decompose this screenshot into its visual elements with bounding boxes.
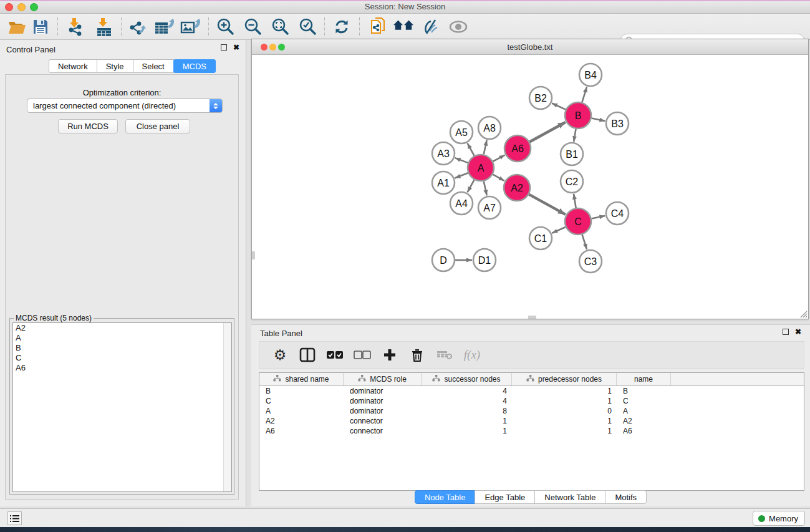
column-header-shared-name[interactable]: shared name (259, 373, 344, 385)
node-C2[interactable]: C2 (561, 170, 583, 193)
edge-A-A1[interactable] (455, 173, 468, 178)
table-cell[interactable]: A6 (617, 426, 671, 436)
node-B2[interactable]: B2 (529, 87, 552, 109)
import-network-icon[interactable] (65, 17, 86, 36)
node-B3[interactable]: B3 (606, 112, 629, 135)
edge-B-B2[interactable] (552, 103, 566, 109)
result-item[interactable]: A2 (13, 323, 231, 333)
table-cell[interactable]: dominator (344, 386, 422, 396)
node-A2[interactable]: A2 (504, 175, 530, 201)
delete-column-icon[interactable] (408, 346, 427, 364)
edge-B-B4[interactable] (582, 87, 587, 102)
table-cell[interactable]: connector (344, 416, 422, 426)
edge-A-A2[interactable] (493, 175, 504, 181)
tab-style[interactable]: Style (97, 59, 133, 73)
zoom-selected-icon[interactable] (297, 17, 318, 36)
table-cell[interactable]: 1 (512, 386, 617, 396)
tab-node-table[interactable]: Node Table (415, 490, 476, 504)
table-cell[interactable]: A (259, 406, 344, 416)
edge-C-C1[interactable] (552, 227, 566, 233)
node-C1[interactable]: C1 (529, 227, 552, 249)
tab-mcds[interactable]: MCDS (173, 59, 216, 73)
float-table-panel-icon[interactable] (783, 329, 789, 335)
table-row[interactable]: A2connector11A2 (259, 416, 804, 426)
column-header-predecessor-nodes[interactable]: predecessor nodes (512, 373, 617, 385)
table-cell[interactable]: 4 (422, 386, 512, 396)
edge-C-C4[interactable] (592, 216, 605, 219)
table-cell[interactable]: A6 (259, 426, 344, 436)
zoom-out-icon[interactable] (242, 17, 263, 36)
export-table-icon[interactable] (153, 17, 175, 36)
tab-network[interactable]: Network (49, 59, 97, 73)
table-cell[interactable]: 4 (422, 396, 512, 406)
table-cell[interactable]: dominator (344, 406, 422, 416)
edge-A-A7[interactable] (484, 181, 487, 195)
toggle-panel-icon[interactable] (298, 346, 317, 364)
column-header-successor-nodes[interactable]: successor nodes (422, 373, 512, 385)
table-cell[interactable]: 1 (512, 416, 617, 426)
save-session-icon[interactable] (30, 17, 51, 36)
settings-gear-icon[interactable]: ⚙ (271, 346, 289, 364)
memory-button[interactable]: Memory (753, 511, 805, 526)
result-item[interactable]: A6 (13, 363, 231, 373)
network-canvas[interactable]: AA1A3A4A5A7A8A6A2BB1B2B3B4CC1C2C3C4DD1 (252, 55, 808, 319)
node-B1[interactable]: B1 (561, 143, 583, 165)
table-cell[interactable]: A2 (617, 416, 671, 426)
tab-motifs[interactable]: Motifs (605, 490, 647, 504)
node-A6[interactable]: A6 (504, 135, 531, 162)
table-cell[interactable]: A2 (259, 416, 344, 426)
edge-A-A4[interactable] (468, 180, 475, 192)
optimization-criterion-select[interactable]: largest connected component (directed) (27, 99, 223, 113)
node-A4[interactable]: A4 (450, 192, 473, 215)
edge-A6-B[interactable] (529, 122, 566, 142)
table-cell[interactable]: 1 (512, 396, 617, 406)
node-C3[interactable]: C3 (579, 250, 602, 273)
edge-B-B3[interactable] (592, 118, 605, 121)
resize-grip-icon[interactable] (799, 309, 808, 318)
result-item[interactable]: A (13, 333, 231, 343)
table-cell[interactable]: 8 (422, 406, 512, 416)
export-network-icon[interactable] (127, 17, 148, 36)
edge-C-C2[interactable] (574, 194, 576, 208)
node-A7[interactable]: A7 (478, 196, 501, 219)
node-table[interactable]: shared nameMCDS rolesuccessor nodesprede… (259, 372, 804, 491)
table-cell[interactable]: C (617, 396, 671, 406)
create-column-icon[interactable] (380, 346, 399, 364)
run-mcds-button[interactable]: Run MCDS (58, 119, 118, 133)
edge-A-A6[interactable] (493, 155, 504, 162)
table-cell[interactable]: 1 (422, 426, 512, 436)
table-row[interactable]: Cdominator41C (259, 396, 804, 406)
node-D[interactable]: D (432, 249, 455, 271)
table-cell[interactable]: B (259, 386, 344, 396)
node-C4[interactable]: C4 (606, 202, 629, 225)
float-panel-icon[interactable] (221, 44, 227, 51)
zoom-in-icon[interactable] (215, 17, 236, 36)
close-table-panel-icon[interactable]: ✖ (795, 329, 801, 335)
refresh-icon[interactable] (331, 17, 352, 36)
eye-icon[interactable] (448, 17, 469, 36)
copy-network-icon[interactable] (368, 17, 389, 36)
node-A8[interactable]: A8 (478, 117, 501, 139)
table-cell[interactable]: connector (344, 426, 422, 436)
table-cell[interactable]: 1 (422, 416, 512, 426)
table-cell[interactable]: 0 (512, 406, 617, 416)
node-D1[interactable]: D1 (473, 249, 496, 271)
node-A[interactable]: A (468, 155, 494, 181)
details-toggle-icon[interactable] (420, 17, 441, 36)
tab-select[interactable]: Select (133, 59, 174, 73)
node-B4[interactable]: B4 (579, 64, 602, 86)
network-window-titlebar[interactable]: testGlobe.txt (252, 39, 808, 55)
tab-edge-table[interactable]: Edge Table (475, 490, 535, 504)
select-all-icon[interactable] (325, 346, 344, 364)
result-item[interactable]: B (13, 343, 231, 353)
node-C[interactable]: C (565, 208, 591, 235)
tab-network-table[interactable]: Network Table (534, 490, 605, 504)
node-A5[interactable]: A5 (450, 121, 473, 143)
edge-A-A8[interactable] (484, 140, 487, 155)
column-header-MCDS-role[interactable]: MCDS role (344, 373, 422, 385)
open-session-icon[interactable] (6, 17, 27, 36)
zoom-fit-icon[interactable] (269, 17, 291, 36)
import-table-icon[interactable] (94, 17, 115, 36)
edge-A2-C[interactable] (529, 195, 566, 215)
edge-C-C3[interactable] (582, 235, 587, 249)
